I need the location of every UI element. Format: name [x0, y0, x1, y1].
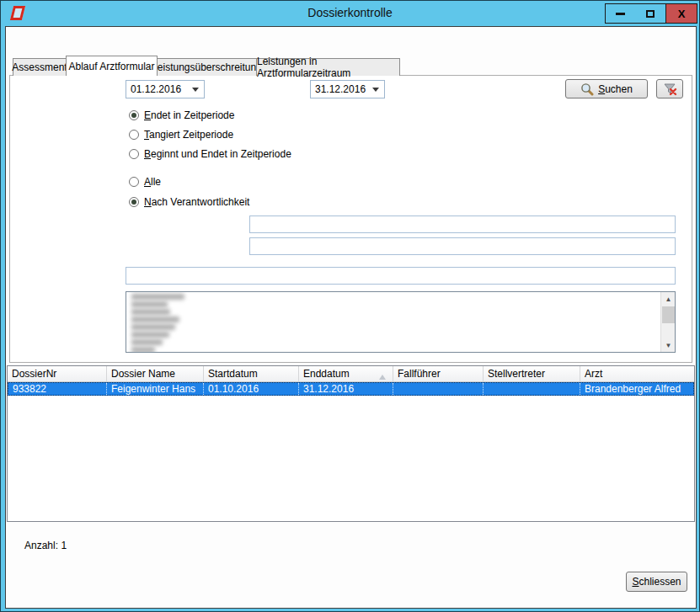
anzahl-text: Anzahl: 1 — [24, 540, 67, 551]
table-row-selected[interactable]: 933822 Feigenwinter Hans 01.10.2016 31.1… — [8, 382, 694, 396]
cell-dossier-name: Feigenwinter Hans — [107, 383, 204, 395]
zeitperiode-von-value: 01.12.2016 — [131, 83, 181, 95]
gruppen-redacted-item[interactable] — [131, 347, 155, 353]
anzahl-value: 1 — [61, 540, 67, 551]
close-button[interactable]: X — [666, 3, 697, 24]
clear-search-button[interactable] — [656, 79, 683, 98]
tab-label: Ablauf Arztformular — [68, 61, 154, 72]
cell-arzt: Brandenberger Alfred — [580, 383, 693, 395]
radio-label: Nach Verantwortlichkeit — [144, 196, 249, 208]
radio-tangiert-zeitperiode[interactable]: Tangiert Zeitperiode — [129, 129, 233, 141]
zeitperiode-von-dropdown[interactable]: 01.12.2016 — [126, 80, 205, 98]
gruppen-redacted-item[interactable] — [131, 324, 175, 330]
sort-ascending-icon — [379, 371, 386, 380]
column-header-label: Arzt — [585, 368, 602, 380]
gruppen-redacted-item[interactable] — [131, 301, 168, 307]
radio-circle — [129, 130, 139, 140]
gruppen-scrollbar[interactable]: ▲ ▼ — [660, 292, 675, 352]
minimize-button[interactable] — [605, 3, 636, 24]
table-header-row: DossierNr Dossier Name Startdatum Enddat… — [8, 366, 694, 382]
tab-leistungen-in-arztformularzeitraum[interactable]: Leistungen in Arztformularzeitraum — [256, 58, 400, 76]
close-icon: X — [678, 8, 686, 20]
minimize-icon — [616, 13, 625, 15]
schliessen-button[interactable]: Schliessen — [626, 572, 687, 592]
radio-endet-in-zeitperiode[interactable]: Endet in Zeitperiode — [129, 109, 234, 121]
cell-stellvertreter — [484, 383, 580, 395]
radio-nach-verantwortlichkeit[interactable]: Nach Verantwortlichkeit — [129, 196, 249, 208]
cell-startdatum: 01.10.2016 — [204, 383, 299, 395]
column-header-dossiernr[interactable]: DossierNr — [8, 366, 107, 381]
column-header-label: Enddatum — [303, 368, 350, 380]
radio-label: Endet in Zeitperiode — [144, 109, 234, 121]
tab-label: Leistungsüberschreitung — [152, 61, 262, 73]
gruppen-redacted-item[interactable] — [131, 332, 169, 338]
suchen-button[interactable]: Suchen — [565, 79, 648, 98]
radio-circle — [129, 197, 139, 207]
gruppen-redacted-item[interactable] — [131, 317, 179, 322]
window-title: Dossierkontrolle — [1, 6, 699, 19]
chevron-down-icon — [192, 88, 199, 95]
column-header-label: Fallführer — [398, 368, 441, 380]
suchen-label: Suchen — [598, 83, 633, 95]
results-table: DossierNr Dossier Name Startdatum Enddat… — [7, 365, 695, 522]
gruppen-listbox[interactable]: ▲ ▼ — [126, 291, 676, 353]
arzt-input[interactable] — [126, 267, 676, 285]
cell-enddatum: 31.12.2016 — [299, 383, 393, 395]
scrollbar-thumb[interactable] — [662, 306, 675, 323]
column-header-stellvertreter[interactable]: Stellvertreter — [484, 366, 580, 381]
gruppen-redacted-item[interactable] — [131, 294, 184, 300]
radio-beginnt-und-endet[interactable]: Beginnt und Endet in Zeitperiode — [129, 148, 291, 160]
radio-circle — [129, 110, 139, 120]
tab-leistungsueberschreitung[interactable]: Leistungsüberschreitung — [157, 58, 257, 76]
maximize-icon — [646, 10, 655, 18]
scroll-down-icon[interactable]: ▼ — [661, 338, 676, 352]
anzahl-label: Anzahl: — [24, 540, 58, 551]
tab-label: Assessment — [12, 61, 67, 73]
radio-label: Tangiert Zeitperiode — [144, 129, 233, 141]
column-header-fallfuehrer[interactable]: Fallführer — [393, 366, 484, 381]
column-header-startdatum[interactable]: Startdatum — [204, 366, 299, 381]
gruppen-redacted-item[interactable] — [131, 309, 170, 315]
column-header-label: Startdatum — [208, 368, 258, 380]
column-header-enddatum[interactable]: Enddatum — [299, 366, 393, 381]
column-header-label: DossierNr — [12, 368, 56, 380]
chevron-down-icon — [372, 88, 379, 95]
gruppen-redacted-item[interactable] — [131, 339, 163, 345]
column-header-label: Stellvertreter — [488, 368, 545, 380]
zeitperiode-bis-value: 31.12.2016 — [315, 83, 366, 95]
radio-alle[interactable]: Alle — [129, 176, 161, 188]
maximize-button[interactable] — [635, 3, 666, 24]
column-header-label: Dossier Name — [111, 368, 175, 380]
zeitperiode-bis-dropdown[interactable]: 31.12.2016 — [310, 80, 385, 98]
schliessen-label: Schliessen — [632, 576, 681, 588]
titlebar[interactable]: Dossierkontrolle X — [1, 1, 699, 26]
dossierkontrolle-window: Dossierkontrolle X Assessment Ablauf Arz… — [0, 0, 700, 612]
radio-circle — [129, 177, 139, 187]
fallfuehrung2-input[interactable] — [249, 237, 676, 255]
radio-label: Beginnt und Endet in Zeitperiode — [144, 148, 291, 160]
column-header-dossier-name[interactable]: Dossier Name — [107, 366, 204, 381]
tab-label: Leistungen in Arztformularzeitraum — [257, 56, 399, 79]
column-header-arzt[interactable]: Arzt — [580, 366, 694, 381]
fallfuehrung1-input[interactable] — [249, 216, 676, 233]
radio-circle — [129, 149, 139, 159]
radio-label: Alle — [144, 176, 161, 188]
tab-ablauf-arztformular[interactable]: Ablauf Arztformular — [66, 56, 158, 76]
cell-dossiernr: 933822 — [8, 383, 107, 395]
tab-assessment[interactable]: Assessment — [13, 58, 67, 76]
scroll-up-icon[interactable]: ▲ — [661, 292, 676, 306]
search-icon — [580, 82, 594, 96]
cell-fallfuehrer — [393, 383, 484, 395]
clear-filter-icon — [663, 82, 677, 96]
